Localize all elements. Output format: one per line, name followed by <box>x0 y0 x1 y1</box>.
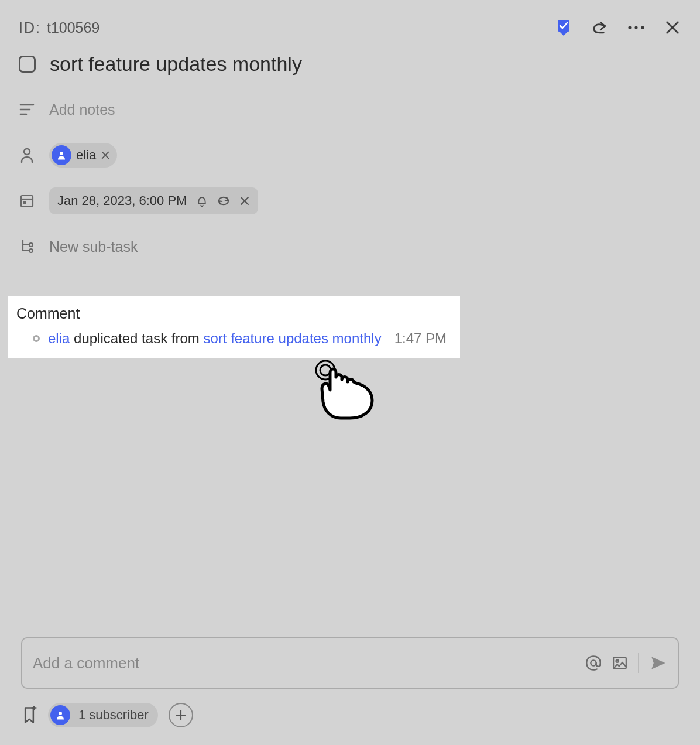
activity-dot-icon <box>33 335 40 342</box>
notes-row: Add notes <box>0 92 700 127</box>
svg-point-21 <box>29 249 33 252</box>
assignee-name: elia <box>76 148 96 163</box>
title-row: sort feature updates monthly <box>0 47 700 81</box>
date-chip[interactable]: Jan 28, 2023, 6:00 PM <box>49 187 258 214</box>
svg-point-10 <box>24 149 30 155</box>
complete-checkbox[interactable] <box>19 56 36 73</box>
add-bookmark-icon[interactable] <box>21 706 37 725</box>
new-subtask-button[interactable]: New sub-task <box>49 238 138 255</box>
repeat-icon[interactable] <box>217 195 230 207</box>
svg-point-3 <box>634 26 637 29</box>
divider <box>638 653 639 673</box>
svg-point-26 <box>616 660 619 662</box>
subscriber-avatar-icon <box>50 705 70 725</box>
header-actions <box>555 19 681 36</box>
id-value: t100569 <box>47 19 99 36</box>
comment-actions <box>585 653 667 673</box>
reminder-icon[interactable] <box>196 194 208 207</box>
activity-text: duplicated task from <box>70 330 203 346</box>
svg-rect-16 <box>23 201 26 204</box>
send-icon[interactable] <box>650 655 667 671</box>
task-header: ID: t100569 <box>0 0 700 47</box>
notes-icon <box>19 101 35 118</box>
clear-date-icon[interactable] <box>239 196 250 206</box>
svg-point-11 <box>60 152 63 155</box>
activity-entry: elia duplicated task from sort feature u… <box>16 330 452 347</box>
date-value: Jan 28, 2023, 6:00 PM <box>57 193 187 209</box>
calendar-icon <box>19 193 35 209</box>
assignee-row: elia <box>0 138 700 173</box>
assignee-chip[interactable]: elia <box>49 143 117 168</box>
activity-time: 1:47 PM <box>394 330 447 347</box>
id-label: ID: <box>19 19 41 36</box>
activity-user-link[interactable]: elia <box>48 330 70 346</box>
notes-input[interactable]: Add notes <box>49 101 115 118</box>
subtask-icon <box>19 238 35 255</box>
comment-input[interactable] <box>33 654 585 672</box>
add-subscriber-button[interactable] <box>169 703 193 727</box>
share-icon[interactable] <box>591 19 609 36</box>
task-title[interactable]: sort feature updates monthly <box>50 53 302 76</box>
remove-assignee-icon[interactable] <box>101 151 110 160</box>
avatar-icon <box>52 145 71 165</box>
subscriber-chip[interactable]: 1 subscriber <box>48 703 158 727</box>
svg-point-2 <box>628 26 631 29</box>
comment-panel: Comment elia duplicated task from sort f… <box>8 296 460 358</box>
subscriber-footer: 1 subscriber <box>0 698 700 745</box>
close-icon[interactable] <box>664 19 681 36</box>
subtask-row: New sub-task <box>0 229 700 264</box>
activity-task-link[interactable]: sort feature updates monthly <box>203 330 381 346</box>
svg-marker-1 <box>558 30 569 36</box>
subscriber-count: 1 subscriber <box>78 708 149 723</box>
comment-heading: Comment <box>16 305 452 322</box>
date-row: Jan 28, 2023, 6:00 PM <box>0 183 700 218</box>
svg-point-20 <box>29 243 33 247</box>
bookmark-filled-icon[interactable] <box>555 19 572 36</box>
svg-point-24 <box>591 660 596 665</box>
svg-point-29 <box>59 712 62 715</box>
svg-point-4 <box>641 26 644 29</box>
comment-input-box[interactable] <box>21 637 679 689</box>
more-icon[interactable] <box>627 19 645 36</box>
person-icon <box>19 147 35 163</box>
image-icon[interactable] <box>612 655 627 671</box>
mention-icon[interactable] <box>585 655 602 671</box>
